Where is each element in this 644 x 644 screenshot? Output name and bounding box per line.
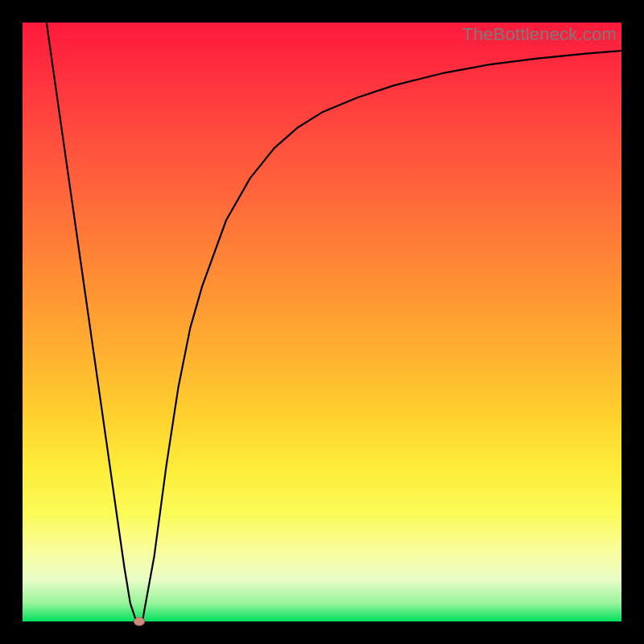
plot-area: TheBottleneck.com: [23, 23, 621, 621]
bottleneck-curve: [23, 23, 621, 621]
watermark-label: TheBottleneck.com: [462, 24, 617, 45]
curve-path: [47, 23, 621, 621]
chart-frame: TheBottleneck.com: [0, 0, 644, 644]
minimum-marker: [134, 617, 145, 626]
